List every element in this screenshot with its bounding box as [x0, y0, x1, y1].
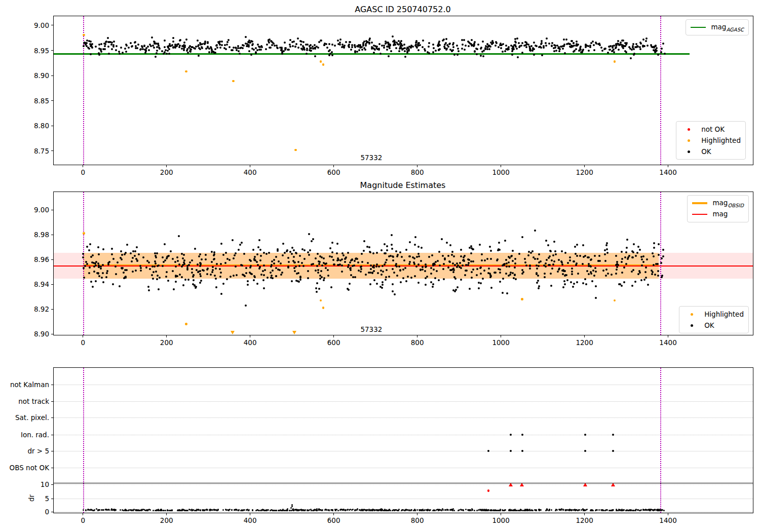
- scatter-point-ok: [83, 267, 85, 269]
- y-tick-label: 8.90: [34, 330, 49, 338]
- scatter-point-ok: [383, 45, 385, 47]
- scatter-point-ok: [378, 49, 380, 51]
- dr-clipped-triangle: [583, 483, 587, 486]
- scatter-point-ok: [480, 282, 482, 284]
- highlighted-marker-icon: [681, 139, 696, 142]
- not-ok-marker-icon: [681, 128, 696, 131]
- scatter-point-ok: [380, 270, 382, 272]
- x-tick-label: 1400: [659, 168, 676, 176]
- scatter-point-ok: [642, 46, 644, 48]
- scatter-point-ok: [212, 266, 214, 268]
- scatter-point-ok: [544, 276, 546, 278]
- scatter-point-ok: [277, 250, 279, 252]
- scatter-point-ok: [354, 276, 356, 278]
- scatter-point-ok: [381, 45, 383, 47]
- scatter-point-ok: [154, 265, 156, 268]
- scatter-point-ok: [508, 261, 510, 263]
- scatter-point-ok: [361, 253, 363, 255]
- y-tick: [51, 150, 54, 151]
- scatter-point-ok: [414, 236, 416, 238]
- category-gridline: [54, 417, 753, 418]
- x-tick-label: 1000: [492, 516, 509, 524]
- scatter-point-ok: [383, 47, 385, 49]
- scatter-point-ok: [289, 46, 291, 48]
- highlighted-marker-icon: [684, 313, 699, 316]
- x-tick-label: 200: [160, 168, 173, 176]
- y-tick-label: 8.98: [34, 231, 49, 239]
- scatter-point-ok: [92, 254, 94, 256]
- scatter-point-ok: [553, 241, 555, 243]
- scatter-point-ok: [490, 287, 492, 289]
- scatter-point-ok: [432, 263, 434, 265]
- scatter-point-ok: [558, 268, 560, 270]
- scatter-point-ok: [631, 250, 633, 252]
- scatter-point-ok: [291, 253, 293, 255]
- scatter-point-ok: [631, 285, 633, 287]
- scatter-point-ok: [198, 55, 200, 57]
- scatter-point-ok: [618, 43, 620, 45]
- obsid-range-vline: [660, 16, 661, 165]
- scatter-point-ok: [179, 274, 181, 276]
- x-tick-label: 1000: [492, 168, 509, 176]
- dr-trace-point: [390, 510, 391, 511]
- y-tick: [51, 417, 54, 418]
- dr-trace-point: [359, 509, 360, 511]
- scatter-point-ok: [615, 273, 617, 275]
- scatter-point-ok: [534, 258, 536, 260]
- y-tick: [51, 468, 54, 468]
- scatter-point-ok: [653, 247, 655, 249]
- dr-trace-point: [444, 509, 446, 511]
- scatter-point-ok: [294, 261, 296, 263]
- scatter-point-ok: [499, 44, 501, 46]
- scatter-point-ok: [417, 282, 420, 284]
- scatter-point-ok: [588, 50, 590, 52]
- scatter-point-ok: [445, 49, 447, 51]
- scatter-point-ok: [392, 35, 394, 37]
- scatter-point-ok: [653, 255, 655, 257]
- scatter-point-ok: [452, 46, 454, 48]
- scatter-point-ok: [250, 54, 252, 56]
- scatter-point-ok: [405, 280, 407, 282]
- dr-trace-point: [469, 509, 471, 511]
- scatter-point-ok: [436, 270, 438, 272]
- scatter-point-ok: [394, 293, 396, 295]
- scatter-point-ok: [319, 278, 321, 280]
- scatter-point-ok: [653, 47, 655, 49]
- scatter-point-ok: [442, 268, 444, 270]
- dr-trace-point: [148, 509, 150, 510]
- scatter-point-ok: [220, 293, 222, 295]
- orange-dot-swatch: [688, 139, 690, 142]
- scatter-point-ok: [533, 54, 535, 56]
- scatter-point-ok: [521, 42, 523, 44]
- mag-line-sample: [692, 214, 707, 215]
- scatter-point-ok: [100, 43, 102, 45]
- scatter-point-ok: [593, 49, 595, 51]
- scatter-point-ok: [206, 273, 208, 275]
- scatter-point-ok: [499, 249, 501, 251]
- scatter-point-ok: [278, 260, 280, 262]
- dr-trace-point: [442, 509, 444, 511]
- dr-trace-point: [496, 510, 497, 511]
- scatter-point-ok: [534, 230, 536, 232]
- dr-trace-point: [120, 509, 121, 511]
- scatter-point-ok: [621, 44, 623, 46]
- scatter-point-ok: [328, 43, 330, 45]
- scatter-point-ok: [291, 247, 293, 249]
- x-tick: [584, 335, 585, 337]
- y-tick: [51, 484, 54, 485]
- scatter-point-ok: [179, 40, 181, 42]
- scatter-point-highlighted: [232, 80, 235, 83]
- scatter-point-ok: [265, 48, 267, 50]
- scatter-point-ok: [142, 256, 144, 258]
- dr-trace-point: [598, 509, 600, 511]
- scatter-point-ok: [547, 244, 549, 246]
- obsid-annotation: 57332: [360, 325, 382, 333]
- scatter-point-ok: [102, 48, 104, 50]
- scatter-point-ok: [588, 263, 590, 265]
- scatter-point-ok: [136, 47, 138, 49]
- scatter-point-ok: [563, 39, 565, 41]
- category-label: not Kalman: [10, 381, 49, 389]
- scatter-point-ok: [639, 46, 641, 48]
- scatter-point-ok: [316, 291, 318, 293]
- black-dot-swatch: [688, 150, 690, 153]
